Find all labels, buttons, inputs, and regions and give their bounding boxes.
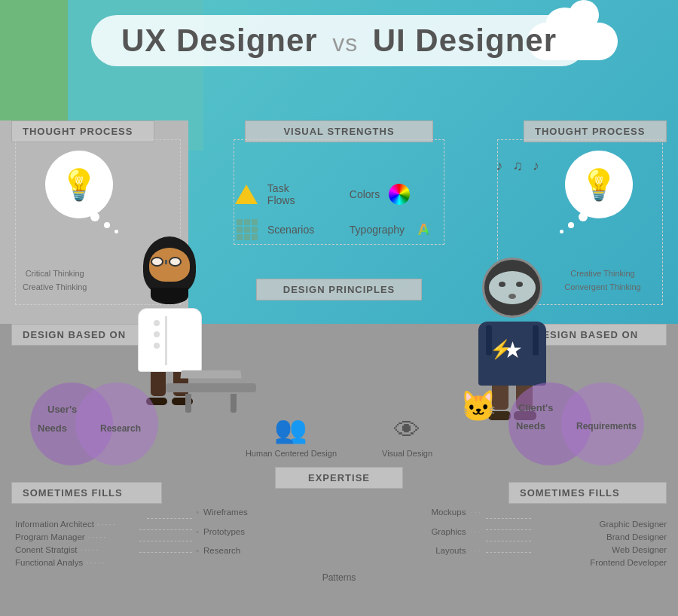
people-icon: 👥 bbox=[246, 414, 337, 445]
wireframes-item: Wireframes bbox=[196, 505, 248, 520]
connector-3 bbox=[139, 541, 192, 541]
connector-4 bbox=[139, 552, 192, 553]
visual-strengths-items: Task Flows Scenarios Colors bbox=[234, 158, 444, 252]
thought-bubble-right: 💡 bbox=[565, 151, 633, 218]
venn-diagram-right: Client's Needs Requirements bbox=[493, 383, 659, 473]
thought-bubble-left: 💡 bbox=[45, 151, 113, 218]
svg-text:Requirements: Requirements bbox=[576, 421, 637, 432]
layouts-item: Layouts bbox=[431, 543, 482, 559]
connector-r4 bbox=[486, 552, 531, 553]
cat-decoration: 🐱 bbox=[460, 389, 497, 424]
typography-icon: A bbox=[411, 216, 437, 242]
ux-character bbox=[121, 236, 218, 405]
desk bbox=[166, 383, 256, 413]
thought-dot-right-2 bbox=[568, 222, 574, 228]
sometimes-fills-right-label: SOMETIMES FILLS bbox=[508, 482, 667, 504]
connector-r1 bbox=[486, 518, 531, 519]
colorwheel-icon bbox=[386, 181, 412, 207]
vs-text: vs bbox=[332, 29, 358, 56]
svg-text:User's: User's bbox=[47, 404, 77, 415]
thought-left-item-2: Creative Thinking bbox=[23, 281, 87, 294]
thought-left-item-1: Critical Thinking bbox=[23, 267, 87, 281]
mockups-item: Mockups bbox=[431, 505, 482, 520]
info-arch-item: Information Architect ····· bbox=[15, 520, 154, 529]
thought-dot-left-3 bbox=[115, 230, 118, 233]
thought-dot-left-1 bbox=[90, 212, 99, 221]
sometimes-fills-right-items: Graphic Designer Brand Designer Web Desi… bbox=[516, 512, 667, 571]
thought-dot-right-1 bbox=[579, 212, 588, 221]
svg-text:Needs: Needs bbox=[38, 422, 67, 434]
triangle-icon bbox=[234, 181, 260, 207]
colors-item: Colors bbox=[350, 181, 444, 207]
web-designer-item: Web Designer bbox=[516, 545, 667, 554]
eye-icon: 👁 bbox=[382, 415, 432, 445]
svg-text:Research: Research bbox=[100, 423, 141, 434]
typography-item: Typography A bbox=[350, 216, 444, 242]
grid-icon bbox=[234, 216, 260, 242]
connector-1 bbox=[147, 518, 192, 519]
graphics-item: Graphics bbox=[431, 524, 482, 540]
sometimes-fills-left-label: SOMETIMES FILLS bbox=[11, 482, 162, 504]
thought-dot-left-2 bbox=[104, 222, 110, 228]
thought-dot-right-3 bbox=[560, 230, 563, 233]
svg-text:Needs: Needs bbox=[516, 420, 545, 432]
bulb-icon-left: 💡 bbox=[60, 167, 98, 203]
frontend-dev-item: Frontend Developer bbox=[516, 558, 667, 567]
expertise-label: EXPERTISE bbox=[275, 467, 403, 489]
ui-title: UI Designer bbox=[373, 23, 557, 58]
center-design-icons: 👥 Human Centered Design 👁 Visual Design bbox=[246, 414, 432, 458]
task-flows-item: Task Flows bbox=[234, 181, 319, 207]
connector-r2 bbox=[486, 529, 531, 530]
lightning-icon: ⚡ bbox=[490, 339, 512, 360]
expertise-right-items: Mockups Graphics Layouts bbox=[431, 505, 482, 563]
scenarios-item: Scenarios bbox=[234, 216, 319, 242]
title-container: UX Designer vs UI Designer bbox=[91, 15, 587, 66]
svg-text:Client's: Client's bbox=[518, 402, 553, 413]
human-centered-design-group: 👥 Human Centered Design bbox=[246, 414, 337, 458]
content-strat-item: Conent Stratgist ····· bbox=[15, 545, 154, 554]
venn-diagram-left: User's Needs Research bbox=[19, 383, 170, 473]
brand-designer-item: Brand Designer bbox=[516, 532, 667, 541]
connector-2 bbox=[139, 529, 192, 530]
expertise-left-items: Wireframes Prototypes Research bbox=[196, 505, 248, 563]
program-mgr-item: Program Manager ····· bbox=[15, 532, 154, 541]
thought-text-left: Critical Thinking Creative Thinking bbox=[23, 267, 87, 294]
bulb-icon-right: 💡 bbox=[580, 167, 618, 203]
graphic-designer-item: Graphic Designer bbox=[516, 520, 667, 529]
research-item: Research bbox=[196, 543, 248, 559]
music-notes: ♪ ♫ ♪ bbox=[496, 158, 542, 174]
prototypes-item: Prototypes bbox=[196, 524, 248, 540]
design-principles-label: DESIGN PRINCIPLES bbox=[256, 279, 422, 300]
connector-r3 bbox=[486, 541, 531, 541]
ux-title: UX Designer bbox=[121, 23, 318, 58]
visual-design-group: 👁 Visual Design bbox=[382, 415, 432, 458]
patterns-label: Patterns bbox=[322, 572, 356, 583]
func-analyst-item: Functional Analys ····· bbox=[15, 558, 154, 567]
sometimes-fills-left-items: Information Architect ····· Program Mana… bbox=[15, 512, 154, 571]
